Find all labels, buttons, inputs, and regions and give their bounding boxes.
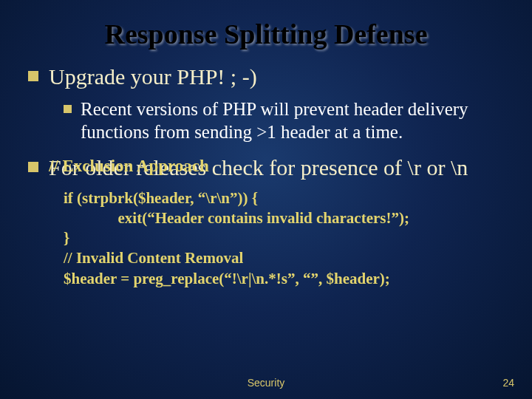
code-line: exit(“Header contains invalid characters… — [64, 208, 504, 228]
footer-center: Security — [0, 377, 532, 389]
page-number: 24 — [502, 377, 514, 389]
slide-body: Upgrade your PHP! ; -) Recent versions o… — [0, 64, 532, 289]
bullet-1: Upgrade your PHP! ; -) — [28, 64, 504, 90]
bullet-2-overlay-text: // Exclusion Approach — [49, 156, 209, 177]
code-line: // Invalid Content Removal — [64, 248, 504, 268]
bullet-icon — [64, 105, 72, 113]
subbullet-1: Recent versions of PHP will prevent head… — [64, 98, 504, 144]
bullet-icon — [28, 162, 38, 172]
subbullet-1-text: Recent versions of PHP will prevent head… — [81, 98, 504, 144]
bullet-icon — [28, 71, 38, 81]
code-line: if (strpbrk($header, “\r\n”)) { — [64, 188, 504, 208]
slide-title: Response Splitting Defense — [0, 0, 532, 64]
code-block: if (strpbrk($header, “\r\n”)) { exit(“He… — [64, 188, 504, 289]
bullet-1-text: Upgrade your PHP! ; -) — [49, 64, 257, 90]
code-line: } — [64, 228, 504, 248]
code-line: $header = preg_replace(“!\r|\n.*!s”, “”,… — [64, 269, 504, 289]
bullet-2: For older releases check for presence of… — [28, 154, 504, 181]
